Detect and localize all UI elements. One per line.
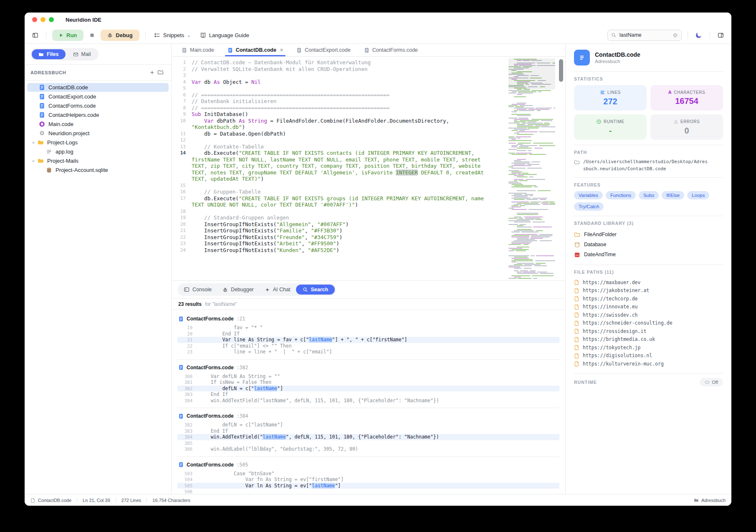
library-item-label: FileAndFolder	[584, 232, 617, 237]
sidebar-item-project-logs[interactable]: Project-Logs	[27, 138, 169, 147]
log-file-icon	[46, 149, 52, 155]
panel-tab-debugger[interactable]: Debugger	[217, 285, 259, 295]
sidebar-item-project-mails[interactable]: Project-Mails	[27, 156, 169, 165]
chevron-down-icon[interactable]	[31, 140, 36, 145]
add-file-button[interactable]: +	[149, 69, 156, 76]
file-path-link[interactable]: https://kulturverein-muc.org	[574, 360, 723, 368]
result-group-header[interactable]: ContactForms.code:382	[178, 365, 559, 371]
file-path-link[interactable]: https://maxbauer.dev	[574, 278, 723, 287]
toggle-sidebar-button[interactable]	[30, 30, 40, 40]
result-line-number: 22	[177, 343, 199, 348]
search-input[interactable]	[619, 32, 670, 38]
tab-contactforms-code[interactable]: ContactForms.code	[358, 44, 424, 56]
result-row[interactable]: 383 End If	[177, 428, 559, 434]
tab-files[interactable]: Files	[32, 49, 66, 59]
file-path-link[interactable]: https://swissdev.ch	[574, 311, 723, 319]
file-icon	[574, 304, 579, 310]
file-path-link[interactable]: https://innovate.eu	[574, 303, 723, 311]
tab-contactdb-code[interactable]: ContactDB.code×	[222, 44, 289, 56]
result-row[interactable]: 22 If c["email"] <> "" Then	[177, 343, 559, 349]
result-group-header[interactable]: ContactForms.code:384	[178, 413, 559, 419]
sidebar-item-app-log[interactable]: app.log	[27, 147, 169, 156]
stat-label: LINES	[607, 90, 621, 95]
file-icon	[574, 353, 579, 358]
sidebar-item-main-code[interactable]: Main.code	[27, 120, 169, 129]
result-row[interactable]: 384 win.AddTextField("lastName", defLN, …	[177, 434, 559, 440]
minimap-viewport[interactable]	[508, 58, 555, 89]
debug-button[interactable]: Debug	[101, 30, 139, 41]
result-row[interactable]: 386 win.AddLabel("lblBday", "Geburtstag:…	[177, 446, 559, 452]
file-path-link[interactable]: https://schneider-consulting.de	[574, 319, 723, 328]
toggle-inspector-button[interactable]	[716, 30, 726, 40]
result-line-number: 506	[177, 489, 199, 494]
tab-mail[interactable]: Mail	[66, 49, 98, 59]
file-icon	[578, 53, 586, 62]
result-row[interactable]: 20 End If	[177, 331, 559, 337]
snippets-button[interactable]: Snippets ⌄	[152, 30, 193, 40]
zoom-window-button[interactable]	[49, 17, 54, 22]
result-line-number: 20	[177, 331, 199, 336]
sidebar-item-contactexport-code[interactable]: ContactExport.code	[27, 92, 169, 101]
file-icon	[574, 280, 579, 285]
sidebar-item-project-account-sqlite[interactable]: Project-Account.sqlite	[27, 166, 169, 174]
code-editor[interactable]: 1// ContactDB.code — Datenbank-Modul für…	[172, 57, 565, 281]
runtime-toggle[interactable]: Off	[700, 378, 723, 386]
result-group-header[interactable]: ContactForms.code:21	[178, 316, 559, 322]
result-row[interactable]: 21 Var line As String = fav + c["lastNam…	[177, 337, 559, 343]
close-tab-icon[interactable]: ×	[280, 47, 283, 53]
file-path-link[interactable]: https://techcorp.de	[574, 295, 723, 303]
toggle-icon	[705, 380, 710, 385]
sidebar-item-contactdb-code[interactable]: ContactDB.code	[27, 83, 169, 92]
statusbar-divider	[116, 498, 116, 503]
sidebar-item-contacthelpers-code[interactable]: ContactHelpers.code	[27, 111, 169, 119]
tab-main-code[interactable]: Main.code	[176, 44, 220, 56]
file-icon	[39, 84, 45, 91]
new-folder-button[interactable]	[156, 68, 165, 76]
statusbar-cursor-position: Ln 21, Col 39	[83, 498, 110, 503]
result-row[interactable]: 380 Var defLN As String = ""	[177, 373, 559, 380]
editor-scrollbar[interactable]	[559, 59, 563, 278]
result-row[interactable]: 19 fav = "* "	[177, 325, 559, 331]
panel-tab-search[interactable]: Search	[296, 285, 335, 295]
stop-button[interactable]	[88, 31, 96, 40]
file-path-link[interactable]: https://jakobsteiner.at	[574, 287, 723, 295]
file-path-link[interactable]: https://tokyotech.jp	[574, 343, 723, 352]
result-row[interactable]: 23 line = line + " | " + c["email"]	[177, 349, 559, 355]
code-lines[interactable]: 1// ContactDB.code — Datenbank-Modul für…	[172, 59, 487, 253]
sidebar-item-neuridion-project[interactable]: ⚙Neuridion.project	[27, 129, 169, 138]
file-path-link[interactable]: https://brightmedia.co.uk	[574, 335, 723, 344]
tab-contactexport-code[interactable]: ContactExport.code	[291, 44, 357, 56]
result-row[interactable]: 505 Var ln As String = ev["lastName"]	[177, 483, 559, 489]
minimap[interactable]	[508, 58, 555, 279]
panel-tab-ai-chat[interactable]: AI Chat	[260, 285, 296, 295]
sidebar-left-icon	[32, 32, 38, 38]
result-row[interactable]: 503 Case "btnSave"	[177, 471, 559, 477]
minimize-window-button[interactable]	[40, 17, 46, 22]
toolbar-divider	[688, 31, 688, 39]
panel-tab-console[interactable]: Console	[179, 285, 217, 295]
clear-search-icon[interactable]	[673, 33, 678, 38]
result-row[interactable]: 381 If isNew = False Then	[177, 379, 559, 386]
global-search-field[interactable]	[607, 30, 682, 41]
result-row[interactable]: 384 win.AddTextField("lastName", defLN, …	[177, 398, 559, 404]
library-item-dateandtime: DateAndTime	[574, 250, 723, 260]
dark-mode-button[interactable]	[694, 30, 704, 40]
editor-scrollbar-thumb[interactable]	[559, 59, 563, 82]
sidebar-item-contactforms-code[interactable]: ContactForms.code	[27, 101, 169, 110]
chevron-down-icon[interactable]	[31, 159, 36, 164]
result-group-header[interactable]: ContactForms.code:505	[178, 462, 559, 468]
result-row[interactable]: 382 defLN = c["lastName"]	[177, 422, 559, 428]
file-path-link[interactable]: https://digisolutions.nl	[574, 352, 723, 360]
result-row[interactable]: 506	[177, 489, 559, 494]
result-row[interactable]: 504 Var fn As String = ev["firstName"]	[177, 477, 559, 483]
language-guide-button[interactable]: Language Guide	[197, 30, 252, 40]
line-number: 23	[172, 240, 192, 247]
result-row[interactable]: 382 defLN = c["lastName"]	[177, 386, 559, 392]
file-path-link[interactable]: https://rossidesign.it	[574, 327, 723, 335]
result-row[interactable]: 383 End If	[177, 391, 559, 398]
result-line-ref: :505	[237, 462, 248, 468]
result-row[interactable]: 385	[177, 440, 559, 446]
main-area: Files Mail ADRESSBUCH + Contact	[25, 44, 731, 494]
close-window-button[interactable]	[32, 17, 37, 22]
run-button[interactable]: Run	[52, 30, 83, 41]
